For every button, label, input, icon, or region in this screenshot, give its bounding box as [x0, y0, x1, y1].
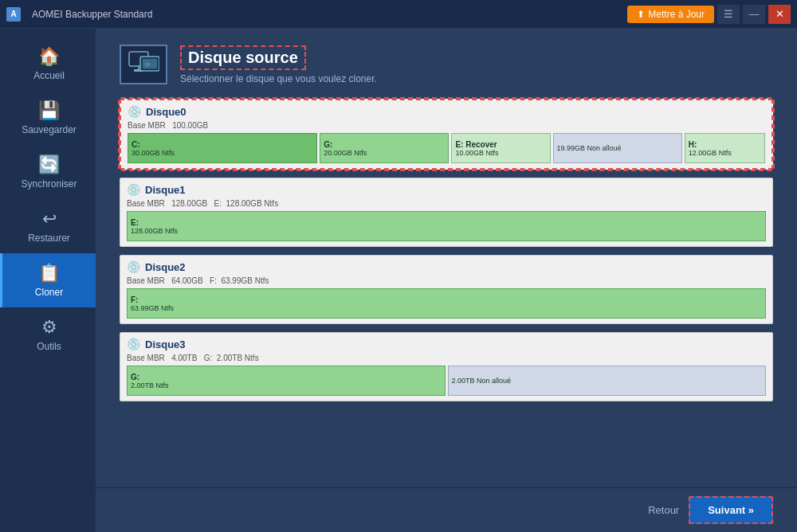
disk3-part-g: G: 2.00TB Ntfs	[127, 366, 446, 396]
sidebar-item-synchroniser[interactable]: 🔄 Synchroniser	[0, 145, 96, 199]
sidebar-item-sauvegarder[interactable]: 💾 Sauvegarder	[0, 91, 96, 145]
disk3-name: Disque3	[145, 338, 186, 350]
main-layout: 🏠 Accueil 💾 Sauvegarder 🔄 Synchroniser ↩…	[0, 29, 797, 532]
clone-icon: 📋	[38, 263, 60, 284]
title-bar-left: A AOMEI Backupper Standard	[6, 7, 152, 22]
update-button[interactable]: ⬆ Mettre à Jour	[627, 6, 714, 23]
disk0-part-h: H: 12.00GB Ntfs	[685, 133, 765, 163]
sidebar-label-sauvegarder: Sauvegarder	[22, 124, 77, 135]
sidebar: 🏠 Accueil 💾 Sauvegarder 🔄 Synchroniser ↩…	[0, 29, 96, 532]
sidebar-item-cloner[interactable]: 📋 Cloner	[0, 253, 96, 307]
tools-icon: ⚙	[41, 317, 57, 338]
disk1-header: 💿 Disque1	[127, 183, 766, 196]
title-bar-controls: ⬆ Mettre à Jour ☰ — ✕	[627, 5, 791, 24]
page-title: Disque source	[180, 45, 306, 70]
sidebar-item-accueil[interactable]: 🏠 Accueil	[0, 37, 96, 91]
minimize-button[interactable]: —	[743, 5, 765, 24]
sidebar-label-synchroniser: Synchroniser	[21, 178, 77, 190]
monitor-clone-icon: ⟳	[128, 50, 159, 79]
disk-item-2[interactable]: 💿 Disque2 Base MBR 64.00GB F: 63.99GB Nt…	[120, 255, 773, 324]
retour-button[interactable]: Retour	[648, 504, 679, 516]
disk2-header: 💿 Disque2	[127, 260, 766, 273]
update-icon: ⬆	[637, 9, 645, 20]
disk2-partitions: F: 63.99GB Ntfs	[127, 288, 766, 319]
disk1-partitions: E: 128.00GB Ntfs	[127, 211, 766, 241]
disk1-info: Base MBR 128.00GB E: 128.00GB Ntfs	[127, 199, 766, 208]
sync-icon: 🔄	[38, 155, 60, 175]
disk0-partitions: C: 30.00GB Ntfs G: 20.00GB Ntfs E: Recov…	[128, 133, 765, 163]
disk2-info: Base MBR 64.00GB F: 63.99GB Ntfs	[127, 276, 766, 285]
sidebar-label-restaurer: Restaurer	[28, 233, 70, 244]
disk3-partitions: G: 2.00TB Ntfs 2.00TB Non alloué	[127, 366, 766, 396]
sidebar-item-restaurer[interactable]: ↩ Restaurer	[0, 199, 96, 253]
disk1-icon: 💿	[127, 183, 140, 196]
disk3-header: 💿 Disque3	[127, 338, 766, 350]
disk0-icon: 💿	[128, 105, 141, 118]
svg-text:⟳: ⟳	[145, 61, 151, 68]
sidebar-item-outils[interactable]: ⚙ Outils	[0, 307, 96, 362]
disk0-name: Disque0	[146, 106, 186, 118]
menu-button[interactable]: ☰	[717, 5, 740, 24]
disk0-info: Base MBR 100.00GB	[128, 121, 765, 130]
content-area: ⟳ Disque source Sélectionner le disque q…	[96, 29, 797, 487]
sidebar-label-cloner: Cloner	[35, 287, 63, 298]
app-title: AOMEI Backupper Standard	[32, 9, 152, 20]
disk1-part-e: E: 128.00GB Ntfs	[127, 211, 766, 241]
title-bar: A AOMEI Backupper Standard ⬆ Mettre à Jo…	[0, 0, 797, 29]
disk0-part-c: C: 30.00GB Ntfs	[128, 133, 317, 163]
page-subtitle: Sélectionner le disque que vous voulez c…	[180, 73, 377, 84]
disk-item-1[interactable]: 💿 Disque1 Base MBR 128.00GB E: 128.00GB …	[120, 178, 773, 247]
disk0-part-unalloc: 19.99GB Non alloué	[553, 133, 682, 163]
close-button[interactable]: ✕	[768, 5, 791, 24]
page-header-text: Disque source Sélectionner le disque que…	[180, 45, 377, 84]
disk0-header: 💿 Disque0	[128, 105, 765, 118]
sidebar-label-outils: Outils	[37, 341, 61, 352]
restore-icon: ↩	[42, 209, 57, 229]
disk3-icon: 💿	[127, 338, 140, 350]
disk-item-3[interactable]: 💿 Disque3 Base MBR 4.00TB G: 2.00TB Ntfs…	[120, 332, 773, 401]
disk3-part-unalloc: 2.00TB Non alloué	[448, 366, 767, 396]
suivant-button[interactable]: Suivant »	[689, 496, 773, 524]
disk0-part-e: E: Recover 10.00GB Ntfs	[451, 133, 550, 163]
page-header: ⟳ Disque source Sélectionner le disque q…	[120, 45, 773, 84]
sidebar-label-accueil: Accueil	[33, 70, 65, 81]
app-logo: A	[6, 7, 21, 22]
disk3-info: Base MBR 4.00TB G: 2.00TB Ntfs	[127, 354, 766, 362]
bottom-bar: Retour Suivant »	[96, 487, 797, 532]
disk-list: 💿 Disque0 Base MBR 100.00GB C: 30.00GB N…	[120, 99, 773, 401]
page-header-icon: ⟳	[120, 45, 167, 84]
home-icon: 🏠	[38, 46, 60, 67]
disk2-name: Disque2	[145, 261, 186, 273]
disk1-name: Disque1	[145, 184, 186, 196]
disk0-part-g: G: 20.00GB Ntfs	[320, 133, 449, 163]
disk-item-0[interactable]: 💿 Disque0 Base MBR 100.00GB C: 30.00GB N…	[120, 99, 773, 170]
disk2-part-f: F: 63.99GB Ntfs	[127, 288, 766, 319]
save-icon: 💾	[38, 100, 60, 121]
disk2-icon: 💿	[127, 260, 140, 273]
